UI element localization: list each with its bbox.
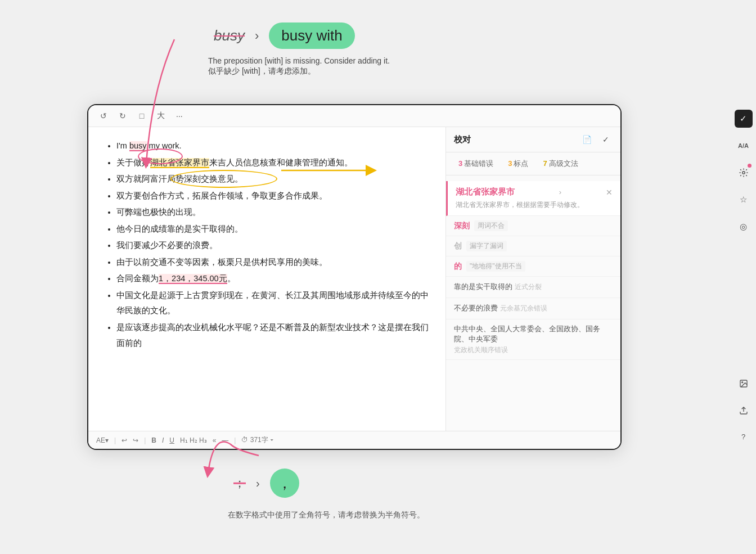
doc-item-6: 他今日的成绩靠的是实干取得的。 bbox=[116, 222, 429, 237]
issue-de[interactable]: 的 "地地得"使用不当 bbox=[446, 256, 620, 277]
panel-check-icon[interactable]: ✓ bbox=[599, 133, 613, 146]
bottom-annotation: ； › ， bbox=[233, 469, 299, 498]
editor-body: I'm busy my work. 关于做好湖北省张家界市来吉人员信息核查和健康… bbox=[88, 127, 620, 431]
bottom-arrow: › bbox=[256, 477, 260, 490]
doc-item-8: 由于以前交通不变等因素，板栗只是供村民享用的美味。 bbox=[116, 255, 429, 271]
to-pill: busy with bbox=[269, 22, 354, 49]
editor-bottombar: AE▾ | ↩ ↪ | B I U H₁ H₂ H₃ « — | ⏱ 371字 … bbox=[88, 431, 620, 449]
bold-btn[interactable]: B bbox=[151, 436, 156, 444]
top-annotation-desc: The preposition [with] is missing. Consi… bbox=[208, 56, 390, 76]
word-busy: busy bbox=[129, 141, 147, 151]
panel-tabs: 3基础错误 3标点 7高级文法 bbox=[446, 152, 620, 175]
issue-shenkeh[interactable]: 深刻 周词不合 bbox=[446, 216, 620, 236]
dash-btn[interactable]: — bbox=[222, 436, 228, 444]
quote-btn[interactable]: « bbox=[213, 436, 217, 444]
bottom-from-symbol: ； bbox=[233, 475, 246, 492]
redo-icon[interactable]: ↻ bbox=[116, 110, 129, 122]
doc-item-3: 双方就阿富汗局势深刻交换意见。 bbox=[116, 172, 429, 187]
doc-area[interactable]: I'm busy my work. 关于做好湖北省张家界市来吉人员信息核查和健康… bbox=[88, 127, 446, 431]
top-annotation: busy › busy with bbox=[214, 22, 355, 49]
issue-party-order[interactable]: 中共中央、全国人大常委会、全国政协、国务院、中央军委 党政机关顺序错误 bbox=[446, 319, 620, 360]
issue-close-btn[interactable]: ✕ bbox=[606, 188, 613, 197]
format-dropdown[interactable]: AE▾ bbox=[96, 436, 109, 444]
italic-btn[interactable]: I bbox=[162, 436, 164, 444]
doc-list: I'm busy my work. 关于做好湖北省张家界市来吉人员信息核查和健康… bbox=[105, 138, 429, 351]
issue-word-hubei: 湖北省张家界市 bbox=[456, 187, 515, 197]
panel-content: 湖北省张家界市 › ✕ 湖北省无张家界市，根据据需要手动修改。 深刻 周词不合 … bbox=[446, 175, 620, 431]
undo-icon[interactable]: ↺ bbox=[97, 110, 110, 122]
panel-doc-icon[interactable]: 📄 bbox=[580, 133, 593, 146]
svg-point-2 bbox=[741, 382, 742, 383]
tab-advanced-grammar[interactable]: 7高级文法 bbox=[538, 157, 582, 170]
doc-item-5: 可弊端也极快的出现。 bbox=[116, 205, 429, 220]
redo-btn[interactable]: ↪ bbox=[133, 436, 138, 444]
sidebar-check-btn[interactable]: ✓ bbox=[735, 110, 753, 128]
doc-item-7: 我们要减少不必要的浪费。 bbox=[116, 238, 429, 254]
word-hubei: 湖北省张家界市 bbox=[150, 158, 209, 168]
editor-window: ↺ ↻ □ 大 ··· I'm busy my work. 关于做好湖北省张家界… bbox=[87, 104, 622, 450]
issue-card-hubei[interactable]: 湖北省张家界市 › ✕ 湖北省无张家界市，根据据需要手动修改。 bbox=[446, 181, 620, 216]
doc-item-4: 双方要创合作方式，拓展合作领域，争取更多合作成果。 bbox=[116, 188, 429, 204]
sidebar-export-btn[interactable] bbox=[735, 402, 753, 420]
tab-basic-errors[interactable]: 3基础错误 bbox=[454, 157, 498, 170]
editor-toolbar: ↺ ↻ □ 大 ··· bbox=[88, 105, 620, 127]
panel-title: 校对 bbox=[454, 134, 471, 145]
bottom-desc: 在数字格式中使用了全角符号，请考虑替换为半角符号。 bbox=[186, 510, 467, 520]
bottom-to-symbol: ， bbox=[270, 469, 299, 498]
sidebar-image-btn[interactable] bbox=[735, 375, 753, 393]
word-amount: 1，234，345.00元 bbox=[159, 274, 227, 284]
svg-point-0 bbox=[742, 172, 745, 174]
sidebar-settings-btn[interactable] bbox=[735, 164, 753, 182]
word-count: ⏱ 371字 ▾ bbox=[241, 435, 273, 445]
right-sidebar: ✓ A/A ☆ ◎ ? bbox=[731, 104, 756, 450]
heading-btns[interactable]: H₁ H₂ H₃ bbox=[180, 436, 207, 444]
doc-icon[interactable]: □ bbox=[136, 110, 148, 122]
annotation-arrow: › bbox=[255, 29, 259, 43]
underline-btn[interactable]: U bbox=[169, 436, 174, 444]
issue-biyao[interactable]: 不必要的浪费 元余基冗余错误 bbox=[446, 298, 620, 319]
doc-item-9: 合同金额为1，234，345.00元。 bbox=[116, 271, 429, 287]
sidebar-bookmark-btn[interactable]: ☆ bbox=[735, 191, 753, 209]
issue-card-header: 湖北省张家界市 › ✕ bbox=[456, 187, 613, 197]
more-btn[interactable]: ··· bbox=[174, 110, 185, 121]
sidebar-text-transform-btn[interactable]: A/A bbox=[735, 137, 753, 155]
from-word: busy bbox=[214, 27, 245, 44]
doc-item-1: I'm busy my work. bbox=[116, 138, 429, 154]
issue-desc-hubei: 湖北省无张家界市，根据据需要手动修改。 bbox=[456, 200, 613, 210]
panel-icons: 📄 ✓ bbox=[580, 133, 613, 146]
issue-chuang[interactable]: 创 漏字了漏词 bbox=[446, 236, 620, 256]
issue-kaodeshi[interactable]: 靠的是实干取得的 近式分裂 bbox=[446, 277, 620, 298]
right-panel: 校对 📄 ✓ 3基础错误 3标点 7高级文法 bbox=[446, 127, 620, 431]
text-size-btn[interactable]: 大 bbox=[155, 110, 167, 122]
tab-punctuation[interactable]: 3标点 bbox=[503, 157, 533, 170]
doc-item-2: 关于做好湖北省张家界市来吉人员信息核查和健康管理的通知。 bbox=[116, 155, 429, 171]
sidebar-globe-btn[interactable]: ◎ bbox=[735, 218, 753, 236]
sidebar-help-btn[interactable]: ? bbox=[736, 429, 752, 444]
doc-item-10: 中国文化是起源于上古贯穿到现在，在黄河、长江及其周围地域形成并待续至今的中华民族… bbox=[116, 288, 429, 319]
panel-header: 校对 📄 ✓ bbox=[446, 127, 620, 152]
undo-btn[interactable]: ↩ bbox=[122, 436, 127, 444]
doc-item-11: 是应该逐步提高的农业机械化水平呢？还是不断普及的新型农业技术？这是摆在我们面前的 bbox=[116, 320, 429, 351]
